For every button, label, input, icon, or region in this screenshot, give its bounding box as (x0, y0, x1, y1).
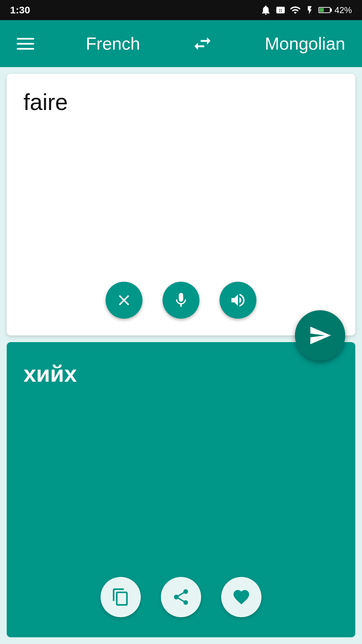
charge-icon (305, 5, 314, 15)
swap-languages-button[interactable] (192, 33, 213, 54)
share-button[interactable] (161, 577, 201, 617)
toolbar: French Mongolian (0, 20, 362, 67)
battery-percent: 42% (335, 5, 352, 15)
input-panel: faire (7, 74, 355, 335)
output-text: хийх (23, 359, 339, 388)
status-icons: 42% (260, 4, 352, 16)
menu-button[interactable] (17, 38, 34, 50)
menu-line-1 (17, 38, 34, 40)
menu-line-3 (17, 48, 34, 50)
main-content: faire хи (0, 67, 362, 644)
speaker-button[interactable] (220, 282, 256, 319)
status-time: 1:30 (10, 4, 30, 16)
battery-icon (318, 7, 330, 13)
clear-button[interactable] (106, 282, 142, 319)
target-language-button[interactable]: Mongolian (265, 34, 345, 54)
signal-icon (290, 4, 301, 16)
output-panel: хийх (7, 342, 355, 637)
microphone-button[interactable] (163, 282, 199, 319)
translate-button[interactable] (295, 310, 345, 361)
input-actions (23, 282, 339, 325)
input-text[interactable]: faire (23, 87, 339, 117)
source-language-button[interactable]: French (86, 34, 140, 54)
sim-icon (276, 5, 286, 15)
output-actions (23, 577, 339, 624)
copy-button[interactable] (101, 577, 141, 617)
favorite-button[interactable] (221, 577, 261, 617)
alarm-icon (260, 4, 272, 16)
menu-line-2 (17, 43, 34, 45)
status-bar: 1:30 42% (0, 0, 362, 20)
